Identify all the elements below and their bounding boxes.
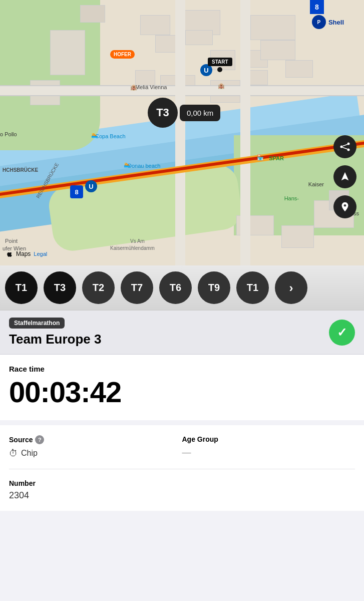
- maps-legal: Legal: [34, 251, 47, 257]
- number-value: 2304: [9, 490, 355, 501]
- source-value: ⏱ Chip: [9, 448, 182, 459]
- building: [155, 35, 178, 53]
- building: [50, 30, 85, 75]
- building: [260, 40, 295, 60]
- route-badge-road: 8: [70, 185, 83, 198]
- age-group-label: Age Group: [182, 435, 355, 443]
- start-pin: START: [208, 58, 232, 66]
- details-row: Source ? ⏱ Chip Age Group —: [9, 435, 355, 459]
- t3-tooltip: T3 0,00 km: [148, 98, 220, 128]
- tab-more[interactable]: ›: [275, 271, 307, 304]
- route-badge-top: 8: [310, 0, 324, 14]
- svg-line-4: [342, 147, 347, 149]
- building: [80, 5, 105, 23]
- svg-point-2: [347, 149, 350, 151]
- shell-poi: P Shell: [312, 15, 344, 29]
- vs-am-label: Vs Am: [130, 238, 145, 244]
- race-time-label: Race time: [9, 365, 355, 373]
- tab-t2[interactable]: T2: [82, 271, 115, 304]
- source-label: Source ?: [9, 435, 182, 444]
- help-icon[interactable]: ?: [35, 435, 44, 444]
- shell-label: Shell: [328, 19, 344, 26]
- team-name: Team Europe 3: [9, 332, 101, 347]
- building: [140, 15, 170, 35]
- building: [250, 15, 295, 40]
- start-marker: START: [208, 58, 232, 72]
- check-icon: ✓: [337, 326, 347, 340]
- t3-circle: T3: [148, 98, 178, 128]
- building: [185, 30, 213, 45]
- number-section: Number 2304: [9, 479, 355, 501]
- navigation-button[interactable]: [333, 165, 356, 188]
- age-group-col: Age Group —: [182, 435, 355, 459]
- hofer-poi: HOFER: [110, 50, 135, 59]
- info-section: Staffelmarathon Team Europe 3 ✓ Race tim…: [0, 311, 364, 511]
- apple-icon: [6, 250, 13, 257]
- hotel-icon-2: 🏨: [218, 83, 225, 89]
- tab-t6[interactable]: T6: [159, 271, 192, 304]
- source-col: Source ? ⏱ Chip: [9, 435, 182, 459]
- spar-label: SPAR: [269, 155, 284, 161]
- tab-t9[interactable]: T9: [198, 271, 230, 304]
- tab-t7[interactable]: T7: [121, 271, 153, 304]
- park-left: [0, 0, 100, 150]
- svg-point-0: [340, 146, 343, 148]
- svg-point-1: [347, 143, 350, 145]
- copa-beach-label: Copa Beach: [95, 133, 126, 139]
- ubahn-marker-2: U: [85, 180, 97, 192]
- map-view: 8 8 P Shell HOFER U U Meliá Vienna 🏨 🏨 C…: [0, 0, 364, 265]
- reichsbrucke-road-label: HCHSBRÜCKE: [3, 167, 38, 173]
- maps-attribution: Maps Legal: [6, 250, 47, 257]
- location-button[interactable]: [333, 195, 356, 218]
- chip-icon: ⏱: [9, 448, 18, 459]
- divider: [9, 469, 355, 469]
- race-time-value: 00:03:42: [9, 376, 355, 408]
- age-group-value: —: [182, 447, 355, 458]
- team-tabs-strip: T1 T3 T2 T7 T6 T9 T1 ›: [0, 265, 364, 311]
- check-button[interactable]: ✓: [329, 320, 355, 346]
- copa-icon: 🏊: [91, 132, 98, 138]
- team-tag: Staffelmarathon: [9, 318, 65, 329]
- network-button[interactable]: [333, 135, 356, 158]
- building: [285, 60, 313, 78]
- shell-icon: P: [312, 15, 326, 29]
- road-vertical-1: [175, 0, 185, 265]
- t3-km-badge: 0,00 km: [180, 105, 220, 121]
- melia-icon: 🏨: [130, 84, 137, 91]
- road-vertical-2: [240, 0, 250, 265]
- svg-point-5: [344, 204, 346, 207]
- donau-beach-label: Donau beach: [128, 163, 160, 169]
- donau-icon: 🏊: [124, 161, 131, 168]
- team-info: Staffelmarathon Team Europe 3: [9, 318, 101, 347]
- svg-line-3: [342, 144, 347, 146]
- hans-label: Hans-: [284, 195, 299, 201]
- point-label: Point: [5, 238, 18, 244]
- team-header: Staffelmarathon Team Europe 3 ✓: [0, 311, 364, 355]
- details-section: Source ? ⏱ Chip Age Group —: [0, 425, 364, 511]
- race-time-section: Race time 00:03:42: [0, 355, 364, 420]
- building: [281, 225, 314, 248]
- start-dot: [217, 67, 222, 72]
- maps-logo: Maps: [16, 250, 31, 257]
- kaiser-label: Kaiser: [308, 181, 324, 187]
- number-label: Number: [9, 479, 355, 487]
- melia-label: Meliá Vienna: [135, 84, 167, 90]
- tab-t3[interactable]: T3: [44, 271, 76, 304]
- tab-t1-2[interactable]: T1: [236, 271, 269, 304]
- pollo-label: o Pollo: [0, 131, 17, 137]
- kaisermuhlen-label: Kaisermühlendamm: [110, 245, 155, 251]
- spar-icon: 🏪: [257, 154, 264, 161]
- tab-t1-1[interactable]: T1: [5, 271, 38, 304]
